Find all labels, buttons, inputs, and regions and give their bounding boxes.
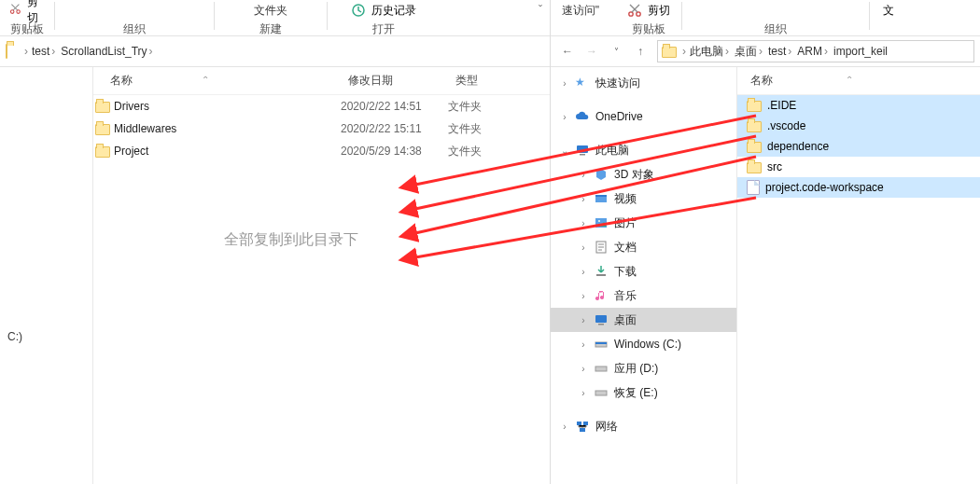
open-group-label: 打开	[372, 21, 395, 37]
clipboard-group-label: 剪贴板	[10, 21, 44, 37]
left-sidebar: C:)	[0, 67, 93, 484]
folder-icon	[747, 142, 762, 153]
quick-access-partial-label[interactable]: 速访问"	[562, 3, 599, 19]
sidebar-drive-c[interactable]: C:)	[0, 326, 92, 347]
column-header-date[interactable]: 修改日期	[341, 73, 448, 89]
left-ribbon: 剪切 剪贴板 组织 文件夹 新建 历史记录 打开 ˇ	[0, 0, 550, 35]
ribbon-chevron-icon[interactable]: ˇ	[531, 0, 550, 21]
tree-item[interactable]: ›Windows (C:)	[551, 332, 736, 356]
file-row[interactable]: Middlewares 2020/2/22 15:11 文件夹	[93, 118, 550, 140]
svg-point-0	[10, 10, 14, 14]
sort-asc-icon: ⌃	[846, 75, 853, 85]
tree-item[interactable]: ›图片	[551, 211, 736, 235]
svg-rect-19	[577, 422, 581, 425]
nav-back-button[interactable]: ←	[556, 40, 579, 62]
folder-icon	[95, 102, 110, 113]
music-icon	[594, 288, 609, 303]
cloud-icon	[575, 109, 590, 124]
tree-quick-access[interactable]: ›★快速访问	[551, 71, 736, 95]
breadcrumb[interactable]: test›	[30, 45, 57, 58]
file-row[interactable]: Drivers 2020/2/22 14:51 文件夹	[93, 95, 550, 118]
annotation-text: 全部复制到此目录下	[224, 230, 358, 250]
folder-icon	[95, 146, 110, 158]
tree-item-desktop[interactable]: ›桌面	[551, 308, 736, 332]
pictures-icon	[594, 215, 609, 230]
tree-this-pc[interactable]: ⌄此电脑	[551, 138, 736, 162]
tree-item[interactable]: ›音乐	[551, 283, 736, 308]
column-header-name[interactable]: ⌃名称	[737, 73, 943, 89]
nav-recent-button[interactable]: ˅	[605, 40, 627, 62]
right-file-list: ⌃名称 .EIDE .vscode dependence src project…	[737, 67, 980, 484]
tree-item[interactable]: ›恢复 (E:)	[551, 380, 736, 405]
file-row[interactable]: project.code-workspace	[737, 177, 980, 198]
monitor-icon	[575, 143, 590, 158]
history-icon[interactable]	[351, 3, 366, 18]
file-icon	[747, 180, 760, 195]
star-icon: ★	[575, 76, 590, 90]
left-explorer-window: 剪切 剪贴板 组织 文件夹 新建 历史记录 打开 ˇ › t	[0, 0, 551, 484]
tree-item[interactable]: ›应用 (D:)	[551, 356, 736, 380]
svg-rect-17	[595, 366, 607, 371]
drive-icon	[594, 385, 609, 400]
svg-rect-6	[580, 154, 585, 156]
breadcrumb[interactable]: ScrollandList_Try›	[59, 45, 154, 58]
folder-icon	[747, 101, 762, 112]
folder-up-icon[interactable]	[6, 44, 21, 59]
tree-item[interactable]: ›3D 对象	[551, 162, 736, 187]
svg-point-4	[637, 12, 640, 16]
drive-icon	[594, 337, 609, 352]
file-row[interactable]: dependence	[737, 136, 980, 157]
history-label: 历史记录	[371, 3, 416, 19]
nav-up-button[interactable]: ↑	[629, 40, 651, 62]
folder-icon	[747, 121, 762, 132]
svg-rect-18	[595, 391, 607, 395]
svg-rect-13	[595, 315, 607, 323]
right-ribbon: 速访问" 剪切 剪贴板 组织 文	[551, 0, 980, 35]
file-row[interactable]: src	[737, 157, 980, 177]
cut-label: 剪切	[648, 3, 670, 19]
file-row[interactable]: .EIDE	[737, 95, 980, 116]
downloads-icon	[594, 264, 609, 279]
svg-point-1	[17, 10, 21, 14]
column-header-name[interactable]: ⌃名称	[93, 73, 341, 89]
breadcrumb[interactable]: test›	[766, 45, 793, 58]
desktop-icon	[594, 312, 609, 327]
breadcrumb[interactable]: import_keil	[832, 45, 889, 58]
file-row[interactable]: .vscode	[737, 116, 980, 136]
objects3d-icon	[594, 167, 609, 182]
tree-item[interactable]: ›视频	[551, 187, 736, 211]
new-group-label: 新建	[259, 21, 282, 37]
column-header-type[interactable]: 类型	[448, 73, 532, 89]
video-icon	[594, 191, 609, 206]
sort-asc-icon: ⌃	[202, 75, 209, 85]
partial-label: 文	[883, 3, 894, 19]
left-navbar: › test› ScrollandList_Try›	[0, 35, 550, 67]
tree-network[interactable]: ›网络	[551, 414, 736, 438]
svg-point-3	[629, 12, 633, 16]
scissors-icon[interactable]	[9, 3, 21, 18]
breadcrumb[interactable]: ARM›	[795, 45, 830, 58]
svg-rect-5	[577, 145, 588, 153]
folder-label[interactable]: 文件夹	[254, 3, 287, 19]
scissors-icon[interactable]	[627, 3, 642, 18]
file-row[interactable]: Project 2020/5/29 14:38 文件夹	[93, 140, 550, 162]
tree-item[interactable]: ›文档	[551, 235, 736, 259]
folder-icon	[95, 124, 110, 135]
clipboard-group-label: 剪贴板	[632, 21, 665, 37]
svg-rect-12	[596, 274, 606, 276]
svg-rect-14	[598, 324, 604, 325]
right-navbar: ← → ˅ ↑ › 此电脑› 桌面› test› ARM› import_kei…	[551, 35, 980, 67]
nav-forward-button[interactable]: →	[581, 40, 603, 62]
organize-group-label: 组织	[764, 21, 787, 37]
svg-rect-8	[595, 195, 607, 197]
address-bar[interactable]: › 此电脑› 桌面› test› ARM› import_keil	[657, 40, 974, 62]
breadcrumb[interactable]: 此电脑›	[688, 44, 731, 60]
folder-icon	[747, 162, 762, 173]
tree-item[interactable]: ›下载	[551, 259, 736, 283]
svg-point-10	[598, 220, 600, 222]
drive-icon	[594, 361, 609, 376]
tree-onedrive[interactable]: ›OneDrive	[551, 104, 736, 129]
breadcrumb[interactable]: 桌面›	[733, 44, 764, 60]
left-file-list: ⌃名称 修改日期 类型 Drivers 2020/2/22 14:51 文件夹 …	[93, 67, 550, 484]
right-explorer-window: 速访问" 剪切 剪贴板 组织 文 ← → ˅ ↑ › 此电脑› 桌面›	[551, 0, 980, 484]
